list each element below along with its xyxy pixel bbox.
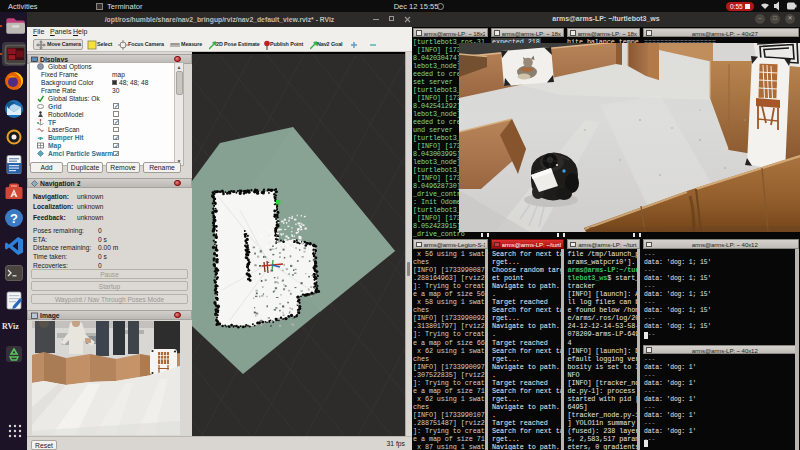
svg-text:?: ? bbox=[10, 211, 18, 226]
